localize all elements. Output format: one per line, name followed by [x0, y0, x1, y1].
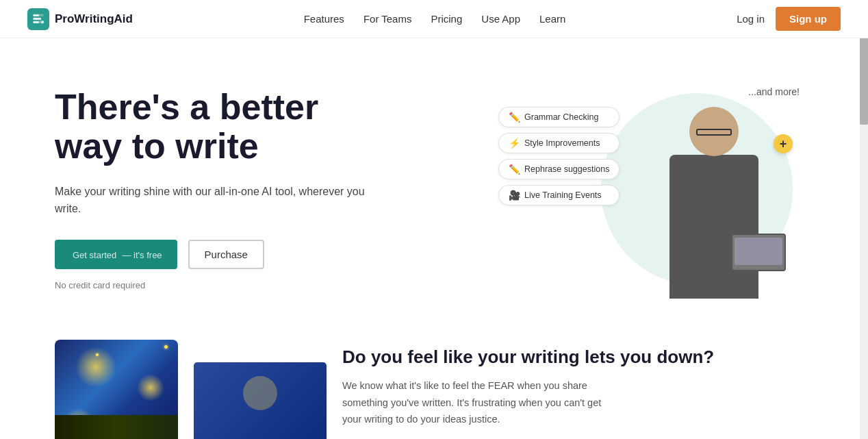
nav-features[interactable]: Features: [304, 13, 344, 25]
bottom-text: Do you feel like your writing lets you d…: [342, 340, 714, 428]
logo-link[interactable]: ProWritingAid: [27, 8, 133, 30]
hero-subtitle: Make your writing shine with our all-in-…: [55, 183, 383, 218]
svg-rect-1: [34, 18, 42, 20]
hero-title: There's a better way to write: [55, 88, 383, 166]
feature-tag-grammar: ✏️ Grammar Checking: [498, 107, 620, 127]
swirl-1: [75, 347, 116, 388]
nav-pricing[interactable]: Pricing: [431, 13, 462, 25]
laptop-screen: [735, 238, 782, 265]
person-body: [669, 155, 758, 299]
purchase-button[interactable]: Purchase: [188, 240, 264, 269]
nav-learn[interactable]: Learn: [539, 13, 565, 25]
feature-tag-training: 🎥 Live Training Events: [498, 185, 620, 205]
rephrase-icon: ✏️: [509, 164, 520, 175]
overlay-card: [192, 360, 329, 439]
hero-note: No credit card required: [55, 280, 383, 290]
swirl-2: [137, 374, 164, 401]
style-icon: ⚡: [509, 138, 520, 149]
login-button[interactable]: Log in: [737, 13, 765, 25]
bottom-section: My idea in my head Do you feel like your…: [0, 326, 868, 439]
logo-icon: [27, 8, 49, 30]
person-glasses: [696, 129, 732, 136]
bottom-title: Do you feel like your writing lets you d…: [342, 347, 714, 368]
hero-title-line2: way to write: [55, 126, 259, 166]
hero-right: ...and more! + ✏️ Grammar Checking ⚡ Sty…: [498, 79, 813, 299]
nav-actions: Log in Sign up: [737, 7, 841, 31]
bottom-images: My idea in my head: [55, 340, 301, 439]
logo-svg: [31, 12, 45, 26]
grammar-icon: ✏️: [509, 112, 520, 123]
painting-card: [55, 340, 178, 439]
navbar: ProWritingAid Features For Teams Pricing…: [0, 0, 868, 38]
hero-section: There's a better way to write Make your …: [0, 38, 868, 326]
overlay-circle: [243, 376, 277, 410]
hero-buttons: Get started — it's free Purchase: [55, 240, 383, 269]
svg-rect-2: [34, 21, 39, 23]
hero-left: There's a better way to write Make your …: [55, 88, 383, 290]
person-illustration: [649, 100, 779, 299]
bottom-desc: We know what it's like to feel the FEAR …: [342, 377, 602, 428]
feature-tag-style: ⚡ Style Improvements: [498, 133, 620, 153]
star-1: [164, 345, 168, 349]
svg-rect-0: [34, 14, 39, 16]
laptop: [731, 234, 786, 271]
feature-tag-rephrase: ✏️ Rephrase suggestions: [498, 159, 620, 179]
training-icon: 🎥: [509, 190, 520, 201]
brand-name: ProWritingAid: [55, 12, 133, 26]
nav-use-app[interactable]: Use App: [481, 13, 520, 25]
more-label: ...and more!: [748, 86, 800, 97]
hero-title-line1: There's a better: [55, 87, 318, 127]
scrollbar[interactable]: [860, 0, 868, 439]
rephrase-label: Rephrase suggestions: [524, 164, 609, 174]
person-head: [689, 107, 739, 156]
horizon: [55, 415, 178, 439]
cta-primary-sub: — it's free: [122, 250, 162, 260]
training-label: Live Training Events: [524, 190, 602, 200]
style-label: Style Improvements: [524, 138, 600, 148]
get-started-button[interactable]: Get started — it's free: [55, 240, 177, 269]
cta-primary-text: Get started: [73, 250, 116, 260]
signup-button[interactable]: Sign up: [776, 7, 841, 31]
star-2: [96, 353, 99, 356]
feature-tags: ✏️ Grammar Checking ⚡ Style Improvements…: [498, 107, 620, 205]
grammar-label: Grammar Checking: [524, 112, 598, 122]
nav-links: Features For Teams Pricing Use App Learn: [304, 13, 566, 25]
nav-for-teams[interactable]: For Teams: [363, 13, 412, 25]
